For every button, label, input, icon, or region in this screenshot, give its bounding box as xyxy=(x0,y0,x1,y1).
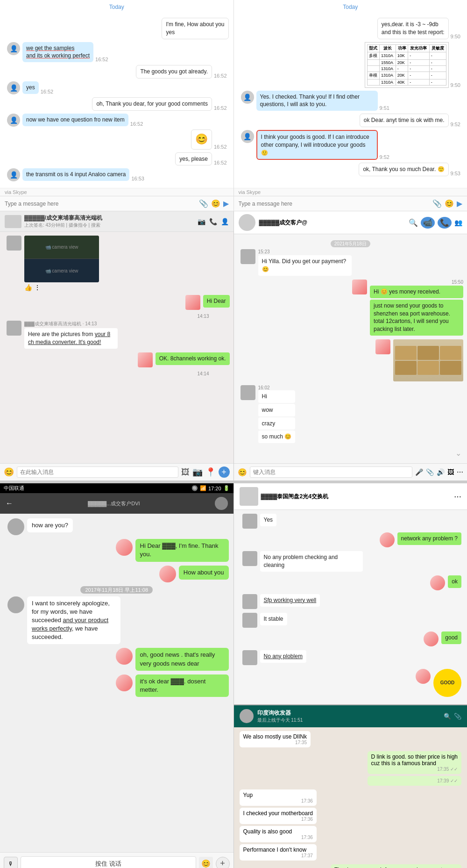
whatsapp-bubble: Thank you so much for your good comments… xyxy=(331,864,461,868)
like-icon[interactable]: 👍 xyxy=(24,284,32,291)
right-wechat-input-bar: 😊 🎤 📎 🔊 🖼 ⋯ xyxy=(234,463,467,481)
whatsapp-bubble: We also mostly use DlINk 17:35 xyxy=(240,731,311,747)
attach-icon[interactable]: 📎 xyxy=(454,713,461,720)
whatsapp-sub-info: 最后上线于今天 11:51 xyxy=(257,717,303,724)
wechat-input-bar: 😊 🖼 📷 📍 + xyxy=(0,463,234,481)
date-label: 2021年5月18日 xyxy=(331,240,370,247)
emoji-btn-right[interactable]: 😊 xyxy=(238,468,247,477)
voice-icon[interactable]: 🎤 xyxy=(415,468,423,476)
mobile-bubble: how are you? xyxy=(27,518,73,532)
phone-icon[interactable]: 📞 xyxy=(209,218,217,225)
contact-avatar xyxy=(215,497,228,510)
date-sep-label: 2017年11月18日 早上11:08 xyxy=(80,586,153,594)
product-message-row: No any problem checking and cleaning xyxy=(240,551,462,572)
image-icon[interactable]: 🖼 xyxy=(181,467,190,477)
video-icon[interactable]: 📷 xyxy=(198,218,205,225)
message-time: 16:52 xyxy=(214,105,227,111)
mobile-status-bar: 中国联通 🔘 📶 17:20 🔋 xyxy=(0,483,234,493)
message-input[interactable] xyxy=(5,201,196,207)
emoji-icon-right[interactable]: 😊 xyxy=(445,199,454,208)
wechat-message-row: ▓▓▓成交柬埔寨高清光端机 · 14:13 Here are the pictu… xyxy=(4,321,230,349)
emoji-button[interactable]: 😊 xyxy=(199,857,213,868)
avatar: 👤 xyxy=(7,42,20,55)
screenshot-icon[interactable]: 📷 xyxy=(192,467,203,477)
message-time: 14:13 xyxy=(4,314,209,319)
wechat-sub-info: 上次签名: 43分钟前 | 摄像指令 | 搜索 xyxy=(24,222,102,229)
date-divider: 2021年5月18日 xyxy=(238,240,464,247)
plus-icon[interactable]: + xyxy=(219,466,230,478)
message-bubble: 😊 xyxy=(191,129,212,150)
send-icon[interactable]: ▶ xyxy=(223,199,229,208)
middle-section: ▓▓▓▓▓/成交柬埔寨高清光端机 上次签名: 43分钟前 | 摄像指令 | 搜索… xyxy=(0,211,467,481)
video-call-icon[interactable]: 📹 xyxy=(421,217,435,229)
message-time: 9:51 xyxy=(380,105,389,111)
people-icon[interactable]: 👥 xyxy=(454,219,462,226)
bottom-left-mobile: 中国联通 🔘 📶 17:20 🔋 ← ▓▓▓▓▓...成交客户DVI xyxy=(0,483,234,868)
more-icon[interactable]: ⋯ xyxy=(457,468,463,476)
attach-icon[interactable]: 📎 xyxy=(199,199,208,208)
whatsapp-bubble: Quality is also good 17:36 xyxy=(240,826,317,842)
product-message-row: Yes xyxy=(240,514,462,529)
more-options-icon[interactable]: ⋯ xyxy=(454,492,461,501)
search-icon[interactable]: 🔍 xyxy=(444,713,451,720)
wifi-icon: 🔘 xyxy=(191,485,198,491)
right-wechat-messages: 2021年5月18日 15:23 Hi Yilla. Did you get o… xyxy=(234,234,467,463)
mobile-message-row: How about you xyxy=(5,566,229,582)
mobile-message-row: oh, good news . that's really very goods… xyxy=(5,648,229,670)
wechat-input[interactable] xyxy=(17,466,178,478)
product-bubble: ok xyxy=(448,575,461,588)
product-chat-header: ▓▓▓▓泰国闸盘2光4交换机 ⋯ xyxy=(234,483,467,510)
message-time: 14:14 xyxy=(4,371,209,376)
top-left-input-bar: 📎 😊 ▶ xyxy=(0,196,234,211)
test-report-table: 型式波长功率发光功率灵敏度 多模1310A10K-- 1550A20K-- 13… xyxy=(365,42,449,88)
search-icon[interactable]: 🔍 xyxy=(409,218,418,227)
press-talk-button[interactable]: 按住 说话 xyxy=(21,856,196,868)
emoji-icon[interactable]: 😊 xyxy=(211,199,220,208)
attach-icon-right[interactable]: 📎 xyxy=(432,199,442,208)
message-time: 17:36 xyxy=(243,798,313,803)
message-time: 16:52 xyxy=(214,144,227,150)
person-icon[interactable]: 👤 xyxy=(221,218,229,225)
product-message-row: network any problem ? xyxy=(240,532,462,547)
right-wechat-input[interactable] xyxy=(250,466,413,478)
message-bubble: yes, please xyxy=(175,152,212,166)
product-chat-title: ▓▓▓▓泰国闸盘2光4交换机 xyxy=(261,493,328,501)
phone-call-icon[interactable]: 📞 xyxy=(438,217,452,229)
message-time: 9:52 xyxy=(451,122,460,127)
whatsapp-message-row: D link is good. so thier price is highcu… xyxy=(240,751,462,788)
emoji-btn[interactable]: 😊 xyxy=(4,467,14,477)
wechat-avatar-own xyxy=(185,295,200,310)
more-icon[interactable]: ⋮ xyxy=(34,284,41,291)
signal-icon: 📶 xyxy=(200,485,206,491)
highlighted-message-bubble: I think your goods is good. If I can int… xyxy=(256,130,378,160)
attach-icon[interactable]: 📎 xyxy=(426,468,434,476)
back-button[interactable]: ← xyxy=(6,499,13,508)
product-message-row: It stable xyxy=(240,613,462,628)
product-chat-messages: Yes network any problem ? No any problem… xyxy=(234,510,467,704)
send-icon-right[interactable]: ▶ xyxy=(457,199,462,208)
wechat-bubble: so much 😊 xyxy=(258,430,296,443)
underline-text: and your product works perfectly xyxy=(32,617,108,632)
product-avatar xyxy=(242,594,257,609)
message-row: 9:50 型式波长功率发光功率灵敏度 多模1310A10K-- 1550A20K… xyxy=(239,42,463,88)
product-bubble: It stable xyxy=(260,613,287,625)
top-right-input-bar: 📎 😊 ▶ xyxy=(234,196,467,211)
mobile-bubble: How about you xyxy=(179,566,229,580)
message-input-right[interactable] xyxy=(239,201,430,207)
mobile-message-row: I want to sincerely apologize, for my wo… xyxy=(5,596,229,645)
message-row: 👤 Yes. I checked. Thank you! If I find o… xyxy=(239,91,463,111)
mobile-bubble: it's ok dear ▓▓▓. dosent metter. xyxy=(135,674,229,697)
bottom-right-product: ▓▓▓▓泰国闸盘2光4交换机 ⋯ Yes network any problem… xyxy=(234,483,467,868)
message-row: 👤 I think your goods is good. If I can i… xyxy=(239,130,463,160)
location-icon[interactable]: 📍 xyxy=(205,467,216,477)
whatsapp-message-row: Thank you so much for your good comments… xyxy=(240,864,462,868)
mobile-avatar xyxy=(7,518,24,535)
scroll-indicator[interactable]: ⌄ xyxy=(238,447,464,459)
image-icon[interactable]: 🖼 xyxy=(447,468,454,476)
main-container: Today I'm fine, How about youyes 👤 we ge… xyxy=(0,0,467,868)
mobile-header: ← ▓▓▓▓▓...成交客户DVI xyxy=(0,493,234,514)
mic-button[interactable]: 🎙 xyxy=(4,857,18,868)
mic2-icon[interactable]: 🔊 xyxy=(437,468,445,476)
plus-button[interactable]: + xyxy=(216,857,230,868)
whatsapp-sub-panel: 印度询收发器 最后上线于今天 11:51 🔍 📎 We also mostly … xyxy=(234,704,467,868)
